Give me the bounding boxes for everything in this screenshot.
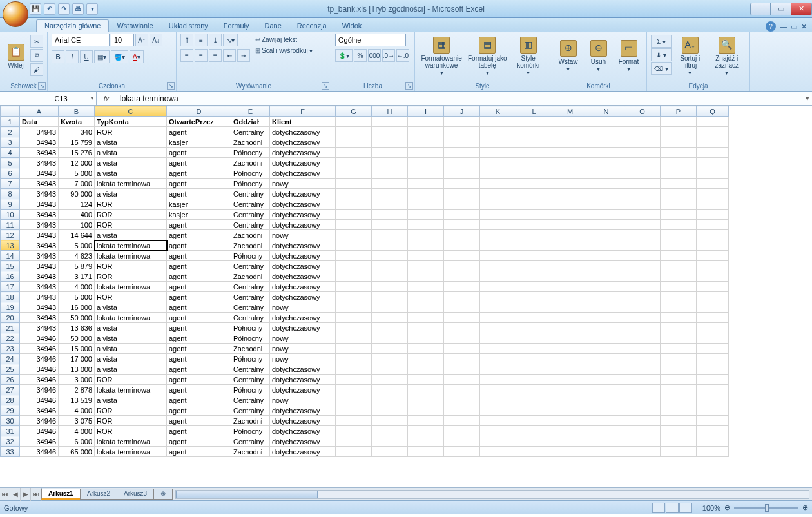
cell[interactable] (372, 344, 408, 354)
cell[interactable]: ROR (95, 292, 167, 302)
cell[interactable] (336, 292, 372, 302)
sort-filter-button[interactable]: A↓Sortuj i filtruj▾ (674, 34, 706, 79)
cell[interactable] (661, 117, 697, 127)
cell[interactable]: 12 000 (59, 158, 95, 168)
cell[interactable] (552, 168, 588, 179)
cell[interactable] (624, 436, 661, 447)
cell[interactable] (624, 426, 661, 436)
cell[interactable] (588, 364, 624, 375)
cell[interactable]: Zachodni (231, 240, 270, 251)
cell[interactable] (444, 344, 480, 354)
cell[interactable]: lokata terminowa (95, 447, 167, 457)
cell[interactable] (552, 395, 588, 405)
cell[interactable] (588, 385, 624, 395)
cell[interactable] (588, 230, 624, 240)
sheet-tab-arkusz1[interactable]: Arkusz1 (41, 489, 81, 500)
cell[interactable]: 34946 (20, 436, 59, 447)
col-header-H[interactable]: H (372, 106, 408, 117)
close-button[interactable]: ✕ (791, 3, 812, 15)
cell[interactable]: agent (167, 282, 231, 292)
cell[interactable] (480, 416, 516, 426)
cell[interactable] (444, 220, 480, 230)
ribbon-tab-recenzja[interactable]: Recenzja (289, 20, 334, 32)
cell[interactable] (697, 405, 729, 416)
cell[interactable]: Centralny (231, 220, 270, 230)
cell[interactable] (588, 158, 624, 168)
cell[interactable]: dotychczasowy (270, 189, 336, 199)
cell[interactable] (588, 189, 624, 199)
cell[interactable]: agent (167, 416, 231, 426)
cell[interactable] (408, 323, 444, 333)
cell[interactable] (552, 375, 588, 385)
cell[interactable]: kasjer (167, 199, 231, 210)
align-top-icon[interactable]: ⤒ (180, 34, 193, 46)
cell[interactable] (480, 426, 516, 436)
cell[interactable] (552, 210, 588, 220)
cell[interactable] (624, 416, 661, 426)
cell[interactable]: dotychczasowy (270, 292, 336, 302)
pagebreak-view-icon[interactable] (679, 503, 692, 513)
cell[interactable] (480, 158, 516, 168)
cell[interactable]: 50 000 (59, 313, 95, 323)
format-painter-icon[interactable]: 🖌 (30, 63, 43, 76)
cell[interactable] (336, 416, 372, 426)
cell[interactable]: agent (167, 375, 231, 385)
cell[interactable] (480, 137, 516, 148)
italic-button[interactable]: I (66, 50, 79, 63)
cell[interactable] (552, 148, 588, 158)
cell[interactable] (516, 271, 552, 282)
cell[interactable]: dotychczasowy (270, 168, 336, 179)
cell[interactable] (336, 354, 372, 364)
cell[interactable] (552, 292, 588, 302)
row-header-31[interactable]: 31 (1, 426, 20, 436)
cell[interactable] (661, 344, 697, 354)
cell[interactable]: 34943 (20, 313, 59, 323)
cell[interactable] (408, 168, 444, 179)
cell[interactable]: Północny (231, 426, 270, 436)
cell[interactable] (480, 240, 516, 251)
cell[interactable] (516, 158, 552, 168)
cell[interactable] (444, 168, 480, 179)
cell[interactable] (372, 210, 408, 220)
cell[interactable] (516, 292, 552, 302)
cell[interactable] (697, 220, 729, 230)
cell[interactable] (661, 385, 697, 395)
cell[interactable]: dotychczasowy (270, 313, 336, 323)
cell[interactable]: Centralny (231, 375, 270, 385)
cell[interactable]: Centralny (231, 436, 270, 447)
cell[interactable] (408, 426, 444, 436)
cell[interactable]: 6 000 (59, 436, 95, 447)
cell[interactable] (624, 199, 661, 210)
cell[interactable] (444, 354, 480, 364)
cell[interactable]: 90 000 (59, 189, 95, 199)
cell[interactable] (516, 436, 552, 447)
layout-view-icon[interactable] (666, 503, 679, 513)
number-launcher-icon[interactable]: ↘ (405, 82, 413, 90)
cell[interactable] (444, 416, 480, 426)
row-header-15[interactable]: 15 (1, 261, 20, 271)
indent-inc-icon[interactable]: ⇥ (237, 49, 250, 62)
cell[interactable] (588, 354, 624, 364)
cell[interactable]: 34946 (20, 426, 59, 436)
cell[interactable]: Centralny (231, 405, 270, 416)
alignment-launcher-icon[interactable]: ↘ (322, 82, 329, 90)
cell[interactable] (372, 416, 408, 426)
cell[interactable] (552, 251, 588, 261)
cell[interactable]: dotychczasowy (270, 416, 336, 426)
cell[interactable] (444, 251, 480, 261)
cell[interactable]: lokata terminowa (95, 313, 167, 323)
cell[interactable] (408, 292, 444, 302)
cell[interactable] (661, 251, 697, 261)
cell[interactable]: Centralny (231, 395, 270, 405)
cell[interactable]: 13 636 (59, 323, 95, 333)
cell[interactable] (697, 333, 729, 344)
font-launcher-icon[interactable]: ↘ (167, 82, 175, 90)
zoom-in-icon[interactable]: ⊕ (802, 503, 808, 512)
cell[interactable]: agent (167, 385, 231, 395)
cell[interactable] (408, 271, 444, 282)
cell[interactable]: 14 644 (59, 230, 95, 240)
cell[interactable] (372, 168, 408, 179)
cell[interactable] (661, 230, 697, 240)
cell[interactable]: 5 000 (59, 168, 95, 179)
cell[interactable]: a vista (95, 137, 167, 148)
